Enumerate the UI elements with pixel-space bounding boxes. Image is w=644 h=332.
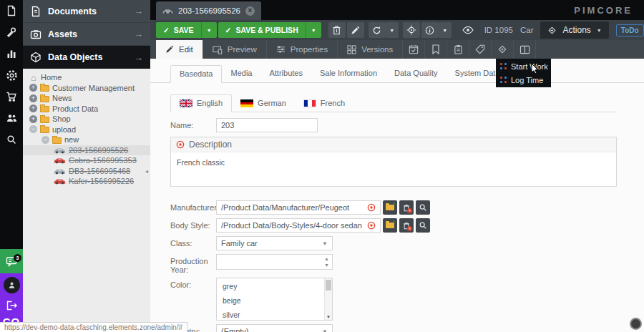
workflow-action-icon [500, 63, 507, 69]
tab-lang-english[interactable]: English [170, 94, 232, 112]
tree-item-object-db3[interactable]: DB3-1566995468 [23, 166, 150, 177]
color-option-silver[interactable]: silver [217, 307, 332, 321]
scrollbar-thumb[interactable] [326, 280, 331, 290]
save-button[interactable]: ✓SAVE ▼ [156, 22, 217, 38]
collapse-icon[interactable]: − [42, 136, 49, 144]
open-relation-button[interactable]: ↑ [383, 218, 397, 233]
tree-item-news[interactable]: + News [23, 93, 150, 104]
open-relation-button[interactable]: ↑ [383, 200, 397, 215]
tab-sale-information[interactable]: Sale Information [311, 65, 386, 83]
tree-item-object-cobra[interactable]: Cobra-1566995353 [23, 155, 150, 166]
collapse-icon[interactable]: − [29, 125, 37, 133]
tree-item-product-data[interactable]: + Product Data [23, 104, 150, 114]
color-multiselect[interactable]: grey beige silver ▼ [216, 278, 333, 321]
save-publish-dropdown[interactable]: ▼ [306, 22, 321, 38]
expand-icon[interactable]: + [29, 115, 37, 123]
listbox-scrollbar[interactable]: ▼ [324, 278, 332, 320]
expand-icon[interactable]: + [29, 94, 37, 102]
tree-item-customer-management[interactable]: + Customer Management [23, 83, 150, 94]
tools-icon[interactable] [0, 21, 23, 43]
search-icon[interactable] [0, 129, 23, 150]
arrow-right-icon: → [134, 6, 143, 16]
user-avatar[interactable] [4, 277, 20, 293]
notes-events-button[interactable] [447, 40, 469, 59]
tab-versions[interactable]: Versions [338, 40, 403, 59]
tag-icon [475, 44, 485, 54]
schedule-button[interactable] [403, 40, 425, 59]
tree-item-shop[interactable]: + Shop [23, 114, 150, 125]
profiler-toggle-icon[interactable] [630, 318, 642, 330]
manufacturer-input[interactable]: /Product Data/Manufacturer/Peugeot [216, 200, 381, 215]
browser-status-bar: https://dev-demo-data-cfasching.elements… [0, 322, 187, 332]
tab-attributes[interactable]: Attributes [260, 65, 311, 83]
rename-button[interactable] [347, 22, 364, 38]
tab-basedata[interactable]: Basedata [170, 65, 222, 83]
save-dropdown[interactable]: ▼ [201, 22, 217, 38]
accordion-documents[interactable]: Documents → [23, 0, 150, 23]
tree-item-object-203[interactable]: 203-1566995526 [23, 145, 150, 156]
search-relation-button[interactable] [416, 218, 430, 233]
tab-edit[interactable]: Edit [156, 40, 203, 59]
settings-gear-icon[interactable] [0, 64, 23, 86]
users-icon[interactable] [0, 107, 23, 129]
menu-item-start-work[interactable]: Start Work [496, 59, 551, 73]
tab-lang-german[interactable]: German [232, 94, 295, 112]
tab-preview[interactable]: Preview [203, 40, 267, 59]
info-button[interactable] [421, 22, 439, 38]
info-dropdown[interactable]: ▼ [439, 22, 452, 38]
expand-icon[interactable]: + [29, 104, 37, 112]
tree-item-object-kafer[interactable]: Kafer-1566995226 [23, 176, 150, 187]
tab-data-quality[interactable]: Data Quality [386, 65, 447, 83]
tree-item-new[interactable]: − new [23, 135, 150, 145]
scroll-down-icon[interactable]: ▼ [325, 315, 332, 319]
cart-icon[interactable] [0, 86, 23, 107]
save-label: SAVE [174, 26, 194, 34]
announcements-button[interactable]: 3 [0, 249, 23, 273]
color-option-beige[interactable]: beige [217, 293, 332, 307]
logout-icon[interactable] [6, 300, 18, 311]
production-year-input[interactable]: ▲ ▼ [216, 254, 333, 270]
close-icon[interactable]: × [245, 6, 255, 16]
tree-item-label: Kafer-1566995226 [69, 177, 134, 185]
search-relation-button[interactable] [416, 200, 430, 215]
locate-in-tree-button[interactable] [403, 22, 420, 38]
description-editor[interactable]: French classic [171, 152, 616, 186]
tab-lang-french[interactable]: French [295, 94, 353, 112]
spinner-up-icon: ▲ [324, 256, 329, 262]
expand-icon[interactable]: + [29, 84, 37, 92]
class-select[interactable]: Family car ▼ [216, 236, 333, 250]
spinner-arrows[interactable]: ▲ ▼ [324, 256, 329, 268]
actions-button[interactable]: Actions ▼ [540, 21, 608, 39]
reports-icon[interactable] [0, 43, 23, 64]
country-field-row: Country: (Empty) ▼ [170, 324, 644, 332]
tree-item-home[interactable]: ⌂ Home [23, 72, 150, 83]
tab-media[interactable]: Media [222, 65, 260, 83]
reload-button[interactable] [369, 22, 386, 38]
workflow-diamond-icon [497, 44, 507, 54]
panel-collapse-handle[interactable]: ◂ [145, 163, 150, 179]
remove-relation-button[interactable]: × [399, 200, 414, 215]
name-input[interactable]: 203 [216, 118, 318, 132]
delete-button[interactable] [328, 22, 346, 38]
tree-item-label: Shop [52, 114, 71, 123]
country-select[interactable]: (Empty) ▼ [216, 324, 333, 332]
file-icon[interactable] [0, 0, 23, 21]
body-style-input[interactable]: /Product Data/Body-Styles/4-door sedan [216, 218, 381, 233]
accordion-data-objects[interactable]: Data Objects → [23, 46, 150, 69]
color-option-grey[interactable]: grey [217, 278, 332, 293]
tag-button[interactable] [469, 40, 492, 59]
workflow-button[interactable] [492, 40, 514, 59]
save-publish-button[interactable]: ✓SAVE & PUBLISH ▼ [218, 22, 321, 38]
menu-item-log-time[interactable]: Log Time [496, 73, 551, 87]
reload-dropdown[interactable]: ▼ [386, 22, 399, 38]
up-arrow-icon: ↑ [393, 201, 396, 208]
tree-item-upload[interactable]: − upload [23, 125, 150, 135]
bookmark-button[interactable] [425, 40, 447, 59]
up-arrow-icon: ↑ [393, 219, 396, 225]
compare-button[interactable] [514, 40, 536, 59]
remove-relation-button[interactable]: × [399, 218, 414, 233]
accordion-assets[interactable]: Assets → [23, 23, 150, 46]
preview-eye-button[interactable] [459, 26, 477, 34]
editor-tab-203[interactable]: 203-1566995526 × [156, 1, 261, 20]
tab-properties[interactable]: Properties [267, 40, 338, 59]
